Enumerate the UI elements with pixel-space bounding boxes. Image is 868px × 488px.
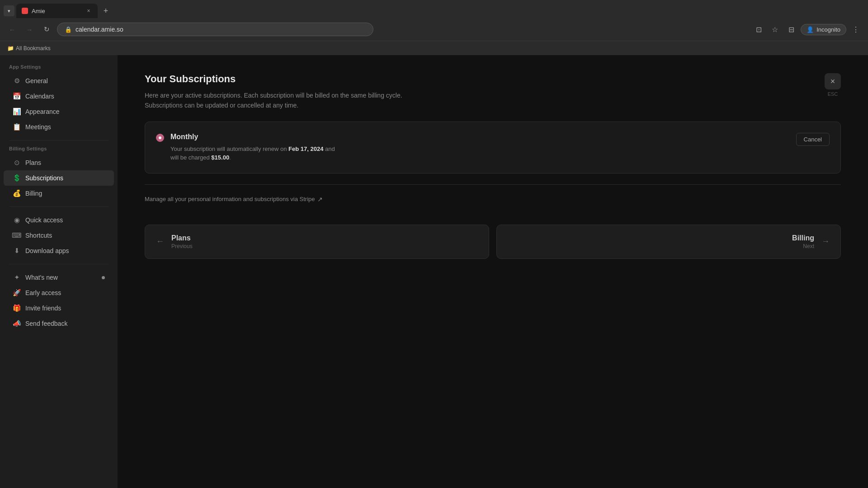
prev-nav-sublabel: Previous: [171, 243, 193, 249]
content-divider: [145, 184, 841, 185]
quick-access-icon: ◉: [13, 216, 21, 224]
app-area: App Settings ⚙ General 📅 Calendars 📊 App…: [0, 55, 868, 488]
more-options-icon[interactable]: ⋮: [849, 23, 863, 36]
sidebar-item-general[interactable]: ⚙ General: [4, 73, 114, 89]
sidebar-item-quick-access[interactable]: ◉ Quick access: [4, 212, 114, 228]
folder-icon: 📁: [7, 45, 14, 52]
forward-button[interactable]: →: [23, 23, 36, 36]
radio-selected-icon: [156, 134, 164, 142]
sidebar-label-subscriptions: Subscriptions: [25, 174, 63, 182]
next-arrow-icon: →: [821, 237, 830, 246]
renew-suffix: and: [325, 145, 335, 152]
app-settings-title: App Settings: [0, 64, 118, 73]
subscription-details: Monthly Your subscription will automatic…: [170, 133, 335, 162]
profile-button[interactable]: 👤 Incognito: [801, 24, 846, 35]
main-content: Your Subscriptions Here are your active …: [118, 55, 868, 488]
sidebar-item-calendars[interactable]: 📅 Calendars: [4, 89, 114, 104]
toolbar-actions: ⊡ ☆ ⊟ 👤 Incognito ⋮: [752, 23, 863, 36]
bookmarks-folder[interactable]: 📁 All Bookmarks: [7, 45, 51, 52]
bookmark-icon[interactable]: ☆: [768, 23, 782, 36]
sidebar-label-appearance: Appearance: [25, 108, 60, 115]
prev-arrow-icon: ←: [156, 237, 164, 246]
whats-new-badge: [102, 276, 105, 279]
new-tab-button[interactable]: +: [99, 5, 112, 17]
sidebar-label-billing: Billing: [25, 190, 42, 197]
close-container: × ESC: [825, 73, 841, 97]
cancel-subscription-button[interactable]: Cancel: [796, 133, 830, 146]
page-header: Your Subscriptions Here are your active …: [145, 73, 841, 111]
sidebar-label-early-access: Early access: [25, 289, 61, 296]
download-icon: ⬇: [13, 247, 21, 255]
sidebar-label-meetings: Meetings: [25, 123, 51, 131]
page-title: Your Subscriptions: [145, 73, 402, 85]
sidebar-item-invite-friends[interactable]: 🎁 Invite friends: [4, 300, 114, 316]
stripe-link-text: Manage all your personal information and…: [145, 196, 315, 202]
sidebar-label-download-apps: Download apps: [25, 247, 69, 254]
prev-nav-button[interactable]: ← Plans Previous: [145, 225, 489, 259]
renew-text: Your subscription will automatically ren…: [170, 145, 287, 152]
send-feedback-icon: 📣: [13, 319, 21, 328]
reload-button[interactable]: ↻: [40, 23, 53, 36]
sidebar-divider-1: [9, 140, 108, 141]
cast-icon[interactable]: ⊡: [752, 23, 765, 36]
sidebar-item-send-feedback[interactable]: 📣 Send feedback: [4, 316, 114, 331]
sidebar-item-download-apps[interactable]: ⬇ Download apps: [4, 243, 114, 258]
page-description: Here are your active subscriptions. Each…: [145, 90, 402, 111]
close-button[interactable]: ×: [825, 73, 841, 89]
tab-close-button[interactable]: ×: [85, 7, 92, 14]
subscription-card: Monthly Your subscription will automatic…: [145, 122, 841, 174]
sidebar-item-shortcuts[interactable]: ⌨ Shortcuts: [4, 228, 114, 243]
next-nav-text: Billing Next: [792, 234, 814, 249]
browser-chrome: ▾ Amie × + ← → ↻ 🔒 calendar.amie.so ⊡ ☆ …: [0, 0, 868, 41]
sidebar-label-general: General: [25, 77, 48, 84]
prev-nav-label: Plans: [171, 234, 193, 242]
ssl-lock-icon: 🔒: [65, 26, 72, 33]
early-access-icon: 🚀: [13, 289, 21, 297]
sidebar-divider-3: [9, 264, 108, 264]
shortcuts-icon: ⌨: [13, 231, 21, 239]
esc-label: ESC: [828, 91, 838, 97]
sidebar-label-whats-new: What's new: [25, 274, 58, 281]
subscription-description: Your subscription will automatically ren…: [170, 145, 335, 162]
tab-list-button[interactable]: ▾: [4, 5, 14, 16]
sidebar-label-send-feedback: Send feedback: [25, 320, 67, 327]
sidebar-item-early-access[interactable]: 🚀 Early access: [4, 285, 114, 300]
header-text: Your Subscriptions Here are your active …: [145, 73, 402, 111]
sidebar-item-plans[interactable]: ⊙ Plans: [4, 155, 114, 170]
subscriptions-icon: 💲: [13, 174, 21, 182]
active-tab[interactable]: Amie ×: [16, 4, 98, 18]
browser-toolbar: ← → ↻ 🔒 calendar.amie.so ⊡ ☆ ⊟ 👤 Incogni…: [0, 18, 868, 41]
appearance-icon: 📊: [13, 108, 21, 116]
sidebar-item-whats-new[interactable]: ✦ What's new: [4, 270, 114, 285]
sidebar-item-meetings[interactable]: 📋 Meetings: [4, 119, 114, 135]
profile-label: Incognito: [816, 26, 840, 33]
url-text: calendar.amie.so: [75, 26, 123, 33]
invite-friends-icon: 🎁: [13, 304, 21, 312]
sidebar-label-invite-friends: Invite friends: [25, 305, 61, 312]
next-nav-sublabel: Next: [792, 243, 814, 249]
bookmarks-label: All Bookmarks: [16, 45, 51, 52]
sidebar-item-billing[interactable]: 💰 Billing: [4, 186, 114, 201]
tab-favicon: [22, 8, 28, 14]
next-nav-button[interactable]: Billing Next →: [496, 225, 841, 259]
sidebar-item-appearance[interactable]: 📊 Appearance: [4, 104, 114, 119]
profile-icon: 👤: [807, 26, 814, 33]
prev-nav-text: Plans Previous: [171, 234, 193, 249]
whats-new-icon: ✦: [13, 273, 21, 282]
sidebar-icon[interactable]: ⊟: [784, 23, 798, 36]
general-icon: ⚙: [13, 77, 21, 85]
meetings-icon: 📋: [13, 123, 21, 131]
stripe-external-link-icon: ↗: [317, 196, 323, 203]
subscription-type: Monthly: [170, 133, 335, 141]
sidebar-label-shortcuts: Shortcuts: [25, 232, 52, 239]
stripe-link[interactable]: Manage all your personal information and…: [145, 196, 841, 203]
desc-line-2: Subscriptions can be updated or cancelle…: [145, 102, 298, 109]
desc-line-1: Here are your active subscriptions. Each…: [145, 92, 402, 99]
sidebar: App Settings ⚙ General 📅 Calendars 📊 App…: [0, 55, 118, 488]
sidebar-item-subscriptions[interactable]: 💲 Subscriptions: [4, 170, 114, 186]
billing-settings-title: Billing Settings: [0, 146, 118, 155]
back-button[interactable]: ←: [5, 23, 19, 36]
url-bar[interactable]: 🔒 calendar.amie.so: [57, 23, 373, 36]
charge-text: will be charged: [170, 154, 210, 161]
sidebar-label-plans: Plans: [25, 159, 41, 166]
